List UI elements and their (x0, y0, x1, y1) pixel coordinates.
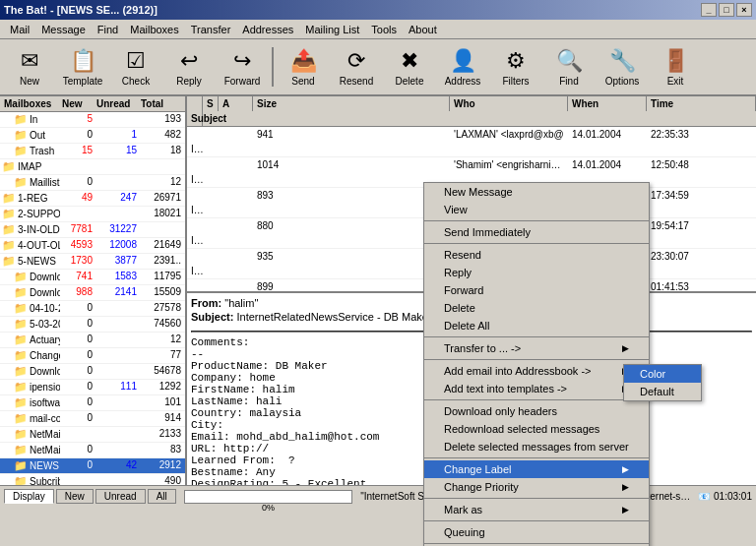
mailbox-row[interactable]: 📁Maillist012 (0, 175, 185, 191)
mailbox-row[interactable]: 📁Download...988214115509 (0, 285, 185, 301)
submenu-item[interactable]: Color (624, 365, 701, 383)
mailbox-row[interactable]: 📁Download...741158311795 (0, 270, 185, 285)
context-menu-item[interactable]: Resend (424, 246, 649, 264)
mailbox-row[interactable]: 📁Change Ad...077 (0, 348, 185, 364)
menu-item-mailboxes[interactable]: Mailboxes (124, 22, 185, 37)
new-count: 0 (60, 365, 94, 378)
menu-item-mailing-list[interactable]: Mailing List (299, 22, 365, 37)
delete-button[interactable]: ✖Delete (384, 41, 435, 92)
total-count: 26971 (139, 192, 183, 205)
maximize-button[interactable]: □ (719, 3, 734, 17)
menu-item-message[interactable]: Message (35, 22, 92, 37)
total-count: 482 (139, 129, 183, 142)
new-count (60, 428, 94, 441)
mailbox-row[interactable]: 📁2-SUPPORT18021 (0, 207, 185, 222)
reply-button[interactable]: ↩Reply (163, 41, 215, 92)
new-button[interactable]: ✉New (4, 41, 55, 92)
mailbox-row[interactable]: 📁IMAP (0, 159, 185, 175)
submenu-item[interactable]: Default (624, 383, 701, 400)
context-menu-item[interactable]: Change Priority▶ (424, 478, 649, 496)
options-button[interactable]: 🔧Options (597, 41, 648, 92)
msg-flag (187, 279, 203, 293)
context-menu-label: Add text into templates -> (444, 383, 567, 394)
context-menu-item[interactable]: Queuing (424, 523, 649, 541)
context-menu-item[interactable]: Transfer to ... ->▶ (424, 339, 649, 357)
title-bar: The Bat! - [NEWS SE... (2912)] _ □ × (0, 0, 756, 20)
context-menu-item[interactable]: Send Immediately (424, 223, 649, 241)
context-menu-item[interactable]: Forward (424, 281, 649, 299)
check-button[interactable]: ☑Check (110, 41, 161, 92)
mailbox-row[interactable]: 📁NEWS SE...0422912 (0, 458, 185, 474)
mailbox-row[interactable]: 📁NetMail - m...083 (0, 443, 185, 458)
send-button[interactable]: 📤Send (278, 41, 329, 92)
resend-button[interactable]: ⟳Resend (331, 41, 382, 92)
forward-button[interactable]: ↪Forward (217, 41, 268, 92)
mailbox-row[interactable]: 📁In5193 (0, 112, 185, 128)
mailbox-row[interactable]: 📁Out01482 (0, 128, 185, 144)
mailbox-row[interactable]: 📁Actuary012 (0, 333, 185, 348)
context-menu-item[interactable]: Reply (424, 264, 649, 281)
msg-subject: InternetRelatedNewsService - Word / Exce… (187, 172, 203, 187)
context-menu-item[interactable]: Change Label▶ (424, 460, 649, 478)
mailbox-row[interactable]: 📁isoftware0101 (0, 395, 185, 411)
menu-item-about[interactable]: About (403, 22, 443, 37)
mailbox-row[interactable]: 📁Trash151518 (0, 144, 185, 159)
mailbox-row[interactable]: 📁Subcribe-N...490 (0, 474, 185, 485)
mailbox-row[interactable]: 📁04-10-2002...027578 (0, 301, 185, 317)
total-count: 77 (139, 349, 183, 362)
menu-item-addresses[interactable]: Addresses (236, 22, 299, 37)
msg-attachment (219, 127, 253, 142)
context-menu-item[interactable]: View (424, 201, 649, 218)
menu-item-tools[interactable]: Tools (365, 22, 403, 37)
delete-button-icon: ✖ (401, 48, 418, 74)
tab-all[interactable]: All (148, 489, 176, 504)
msg-subject: InternetRelatedNewsService - All (187, 233, 203, 248)
context-menu-item[interactable]: Download only headers (424, 402, 649, 420)
mailbox-name: 📁2-SUPPORT (2, 208, 60, 220)
exit-button[interactable]: 🚪Exit (650, 41, 701, 92)
mailbox-row[interactable]: 📁4-OUT-OLD45931200821649 (0, 238, 185, 254)
mailbox-row[interactable]: 📁1-REG4924726971 (0, 191, 185, 207)
unread-count: 2141 (94, 286, 139, 299)
context-menu-item[interactable]: Mark as▶ (424, 501, 649, 518)
folder-icon: 📁 (14, 302, 28, 315)
context-menu-item[interactable]: Delete All (424, 317, 649, 334)
address-button[interactable]: 👤Address (437, 41, 488, 92)
mailbox-row[interactable]: 📁3-IN-OLD778131227 (0, 222, 185, 238)
context-menu-separator (424, 243, 649, 244)
context-menu-item[interactable]: Delete selected messages from server (424, 438, 649, 455)
context-menu-item[interactable]: Delete (424, 299, 649, 317)
mailbox-row[interactable]: 📁5-NEWS173038772391.. (0, 254, 185, 270)
mailbox-row[interactable]: 📁NetMail2133 (0, 427, 185, 443)
folder-name: Download... (30, 287, 60, 298)
menu-item-find[interactable]: Find (92, 22, 124, 37)
filters-button[interactable]: ⚙Filters (490, 41, 541, 92)
mailbox-row[interactable]: 📁mail-comm...0914 (0, 411, 185, 427)
context-menu-item[interactable]: Add text into templates ->▶ (424, 380, 649, 397)
mailbox-row[interactable]: 📁ipension-do...01111292 (0, 380, 185, 395)
context-menu-item[interactable]: New Message (424, 183, 649, 201)
mailbox-row[interactable]: 📁5-03-2003...074560 (0, 317, 185, 333)
mailbox-row[interactable]: 📁Download...054678 (0, 364, 185, 380)
msg-time: 19:54:17 (647, 218, 756, 233)
context-menu-item[interactable]: Add email into Addressbook ->▶ (424, 362, 649, 380)
unread-count (94, 176, 139, 189)
context-menu-item[interactable]: Redownload selected messages (424, 420, 649, 438)
menu-item-transfer[interactable]: Transfer (185, 22, 237, 37)
folder-icon: 📁 (14, 459, 28, 472)
window-controls[interactable]: _ □ × (701, 3, 752, 17)
menu-item-mail[interactable]: Mail (4, 22, 35, 37)
template-button[interactable]: 📋Template (57, 41, 108, 92)
tab-new[interactable]: New (56, 489, 94, 504)
context-menu-separator (424, 457, 649, 458)
msg-flag (187, 157, 203, 172)
context-menu-label: Mark as (444, 504, 482, 516)
close-button[interactable]: × (736, 3, 752, 17)
tab-unread[interactable]: Unread (95, 489, 146, 504)
context-menu-separator (424, 336, 649, 337)
minimize-button[interactable]: _ (701, 3, 717, 17)
table-row[interactable]: 941'LAXMAN' <laxprd@xb@14.01.200422:35:3… (187, 127, 756, 157)
folder-name: 4-OUT-OLD (18, 240, 60, 251)
tab-display[interactable]: Display (4, 489, 54, 504)
find-button[interactable]: 🔍Find (543, 41, 595, 92)
